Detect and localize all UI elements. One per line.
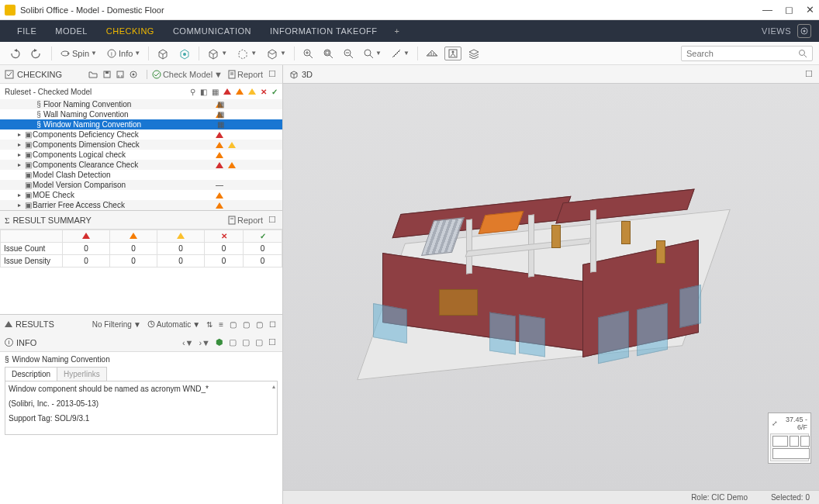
viewport-title: 3D (302, 70, 313, 79)
summary-maximize-icon[interactable]: ☐ (267, 215, 278, 225)
rule-name: Floor Naming Convention (43, 100, 213, 109)
rule-severities (213, 192, 282, 198)
automatic-dropdown[interactable]: Automatic▼ (146, 320, 202, 329)
svg-point-5 (183, 53, 186, 56)
rule-row[interactable]: ▣Model Clash Detection (0, 170, 282, 180)
rule-grid-icon[interactable]: ▦ (217, 110, 224, 119)
results-box1-icon[interactable]: ▢ (228, 320, 238, 329)
zoom-fit-button[interactable] (320, 47, 337, 60)
viewport-maximize-icon[interactable]: ☐ (805, 69, 813, 79)
results-sort-icon[interactable]: ⇅ (205, 320, 214, 329)
info-dropdown[interactable]: iInfo▼ (103, 47, 143, 60)
results-list-icon[interactable]: ≡ (217, 320, 225, 329)
tag-icon[interactable]: ◧ (200, 88, 207, 96)
menu-information-takeoff[interactable]: INFORMATION TAKEOFF (261, 26, 386, 36)
sigma-icon: Σ (5, 216, 9, 225)
rule-row[interactable]: ▸▣MOE Check (0, 190, 282, 200)
expand-caret-icon[interactable]: ▸ (16, 141, 23, 148)
summary-report-button[interactable]: Report (226, 216, 264, 225)
rule-severities (213, 132, 282, 138)
info-green-icon[interactable]: ⬢ (214, 337, 225, 347)
rule-row[interactable]: §Window Naming Convention▦ (0, 119, 282, 129)
info-prev-button[interactable]: ‹▼ (181, 338, 195, 347)
rule-name: Components Logical check (33, 150, 213, 159)
minimize-button[interactable]: — (762, 4, 772, 16)
building-model (350, 159, 753, 415)
rule-grid-icon[interactable]: ▦ (217, 120, 224, 129)
menu-communication[interactable]: COMMUNICATION (164, 26, 261, 36)
info-next-button[interactable]: ›▼ (197, 338, 212, 347)
views-label[interactable]: VIEWS (762, 26, 791, 36)
expand-caret-icon[interactable]: ▸ (16, 192, 23, 198)
info-box1-icon[interactable]: ▢ (227, 337, 238, 347)
rule-row[interactable]: ▸▣Barrier Free Access Check (0, 200, 282, 210)
menu-add-tab[interactable]: + (386, 26, 407, 36)
viewport-header: 3D ☐ (283, 65, 819, 84)
info-tab-description[interactable]: Description (5, 367, 57, 381)
layers-button[interactable] (465, 47, 483, 60)
zoom-out-button[interactable] (340, 47, 357, 60)
rule-row[interactable]: ▸▣Components Logical check (0, 150, 282, 160)
menu-file[interactable]: FILE (8, 26, 46, 36)
maximize-button[interactable]: ◻ (785, 4, 793, 16)
spin-dropdown[interactable]: Spin▼ (57, 47, 100, 60)
minimap[interactable]: ⤢37.45 - 6/F (768, 413, 811, 464)
minimap-plan (770, 433, 809, 461)
expand-caret-icon[interactable]: ▸ (16, 131, 23, 138)
info-maximize-icon[interactable]: ☐ (267, 337, 278, 347)
search-input[interactable] (686, 49, 798, 58)
3d-viewport[interactable]: ⤢37.45 - 6/F (283, 84, 819, 490)
rule-row[interactable]: ▣Model Version Comparison— (0, 180, 282, 190)
rule-row[interactable]: ▸▣Components Dimension Check (0, 140, 282, 150)
redo-button[interactable] (28, 47, 47, 60)
zoom-dropdown[interactable]: ▼ (360, 47, 385, 60)
results-box3-icon[interactable]: ▢ (254, 320, 264, 329)
minimap-expand-icon[interactable]: ⤢ (772, 419, 778, 427)
measure-dropdown[interactable]: ▼ (388, 47, 413, 60)
rule-grid-icon[interactable]: ▦ (217, 100, 224, 109)
svg-line-11 (330, 55, 333, 58)
search-box[interactable] (681, 46, 813, 61)
results-box2-icon[interactable]: ▢ (241, 320, 251, 329)
rule-row[interactable]: ▸▣Components Deficiency Check (0, 129, 282, 140)
zoom-in-button[interactable] (299, 47, 316, 60)
filtering-dropdown[interactable]: No Filtering▼ (91, 320, 143, 329)
views-icon[interactable] (797, 24, 811, 38)
box-tool-dropdown-3[interactable]: ▼ (263, 46, 289, 61)
checking-maximize-icon[interactable]: ☐ (267, 69, 278, 79)
undo-button[interactable] (6, 47, 25, 60)
info-box2-icon[interactable]: ▢ (240, 337, 251, 347)
open-ruleset-icon[interactable] (87, 71, 99, 78)
info-description[interactable]: Window component should be named as acro… (5, 381, 278, 435)
search-icon (798, 49, 807, 58)
rule-row[interactable]: §Wall Naming Convention▦ (0, 109, 282, 119)
info-box3-icon[interactable]: ▢ (254, 337, 264, 347)
rule-row[interactable]: §Floor Naming Convention▦ (0, 99, 282, 109)
ruleset-settings-icon[interactable] (128, 71, 139, 78)
checking-report-button[interactable]: Report (226, 70, 264, 79)
box-tool-dropdown-1[interactable]: ▼ (204, 46, 230, 61)
close-button[interactable]: ✕ (806, 4, 814, 16)
box-tool-2[interactable] (175, 46, 194, 61)
expand-caret-icon[interactable]: ▸ (16, 161, 23, 168)
check-model-button[interactable]: Check Model ▼ (147, 70, 224, 79)
box-tool-1[interactable] (154, 46, 172, 61)
save-ruleset-icon[interactable] (102, 71, 112, 78)
box-tool-dropdown-2[interactable]: ▼ (233, 46, 260, 61)
summary-table: ✕ ✓ Issue Count 0 0 0 0 0 Issue Density … (0, 230, 282, 268)
results-maximize-icon[interactable]: ☐ (268, 320, 278, 329)
scroll-up-icon[interactable]: ▴ (272, 383, 275, 390)
rules-tree[interactable]: §Floor Naming Convention▦§Wall Naming Co… (0, 99, 282, 210)
info-tab-hyperlinks[interactable]: Hyperlinks (57, 367, 107, 381)
rule-row[interactable]: ▸▣Components Clearance Check (0, 160, 282, 170)
link-icon[interactable]: ⚲ (190, 88, 195, 96)
markup-button[interactable] (444, 47, 461, 60)
menu-checking[interactable]: CHECKING (97, 26, 164, 36)
save-ruleset-2-icon[interactable] (115, 71, 126, 78)
section-button[interactable] (423, 47, 441, 60)
menu-model[interactable]: MODEL (46, 26, 97, 36)
expand-caret-icon[interactable]: ▸ (16, 202, 23, 209)
expand-caret-icon[interactable]: ▸ (16, 151, 23, 158)
checking-icon (5, 70, 14, 79)
grid-icon[interactable]: ▦ (212, 88, 219, 96)
